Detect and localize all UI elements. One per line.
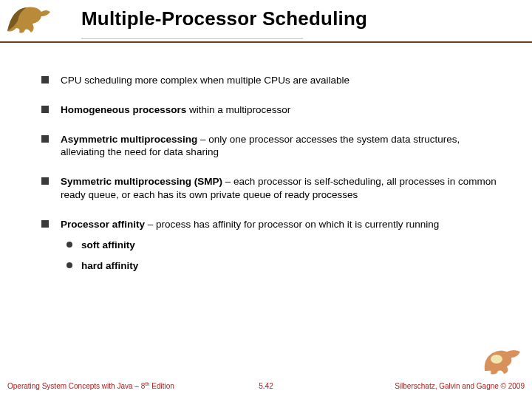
header-divider xyxy=(0,41,532,43)
sub-bullet-list: soft affinity hard affinity xyxy=(65,239,499,273)
bullet-item: CPU scheduling more complex when multipl… xyxy=(41,74,499,87)
slide-title: Multiple-Processor Scheduling xyxy=(81,7,367,30)
slide-footer: Operating System Concepts with Java – 8t… xyxy=(0,369,532,399)
bullet-text: CPU scheduling more complex when multipl… xyxy=(61,75,349,86)
bullet-item: Processor affinity – process has affinit… xyxy=(41,218,499,272)
slide-header: Multiple-Processor Scheduling xyxy=(0,0,532,47)
bullet-bold: Asymmetric multiprocessing xyxy=(61,134,197,145)
bullet-list: CPU scheduling more complex when multipl… xyxy=(41,74,499,272)
title-underline-short xyxy=(81,38,303,39)
bullet-bold: Homogeneous processors xyxy=(61,104,186,115)
svg-point-0 xyxy=(491,355,502,364)
slide-content: CPU scheduling more complex when multipl… xyxy=(41,74,499,288)
bullet-text: within a multiprocessor xyxy=(186,104,290,115)
bullet-item: Homogeneous processors within a multipro… xyxy=(41,103,499,117)
bullet-item: Asymmetric multiprocessing – only one pr… xyxy=(41,133,499,160)
footer-right-text: Silberschatz, Galvin and Gagne © 2009 xyxy=(395,382,525,390)
bullet-text: – process has affinity for processor on … xyxy=(145,219,439,230)
bullet-bold: Processor affinity xyxy=(61,219,145,230)
dinosaur-left-icon xyxy=(4,1,56,37)
sub-bullet-item: soft affinity xyxy=(65,239,499,252)
sub-bullet-item: hard affinity xyxy=(65,259,499,273)
bullet-item: Symmetric multiprocessing (SMP) – each p… xyxy=(41,175,499,202)
bullet-bold: Symmetric multiprocessing (SMP) xyxy=(61,176,222,187)
